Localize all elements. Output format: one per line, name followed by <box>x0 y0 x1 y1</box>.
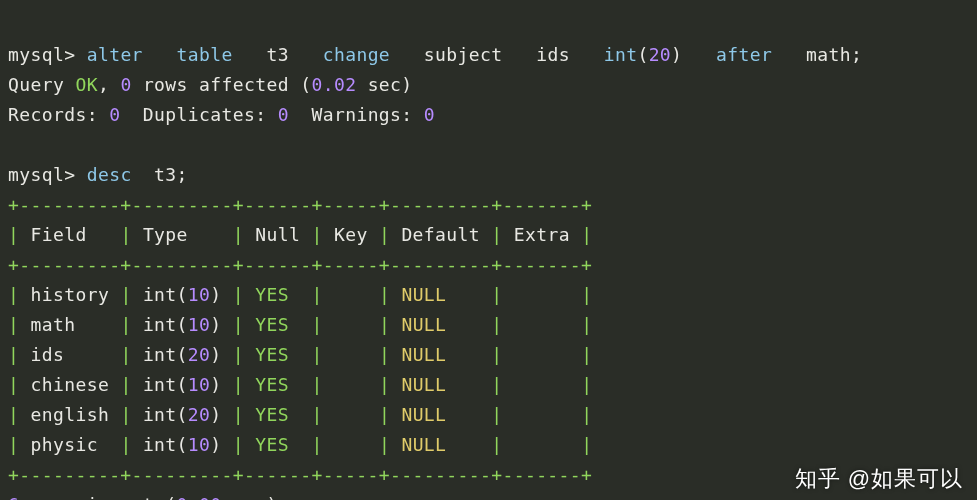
kw-after: after <box>716 44 772 65</box>
ident-t3: t3 <box>266 44 288 65</box>
semicolon: ; <box>851 44 862 65</box>
rows-in-set-line: 6 rows in set (0.00 sec) <box>8 494 278 500</box>
table-border-top: +---------+---------+------+-----+------… <box>8 194 592 215</box>
table-border-bot: +---------+---------+------+-----+------… <box>8 464 592 485</box>
table-row: | english | int(20) | YES | | NULL | | <box>8 404 592 425</box>
terminal-output: mysql> alter table t3 change subject ids… <box>0 0 977 500</box>
rowset-count: 6 <box>8 494 19 500</box>
sql-command-line-2: mysql> desc t3; <box>8 164 188 185</box>
ident-t3b: t3 <box>154 164 176 185</box>
rowset-time: 0.00 <box>177 494 222 500</box>
ok-text: OK <box>75 74 97 95</box>
kw-table: table <box>177 44 233 65</box>
prompt: mysql> <box>8 164 75 185</box>
kw-alter: alter <box>87 44 143 65</box>
sql-command-line: mysql> alter table t3 change subject ids… <box>8 44 862 65</box>
prompt: mysql> <box>8 44 75 65</box>
int-size: 20 <box>649 44 671 65</box>
kw-desc: desc <box>87 164 132 185</box>
kw-int: int <box>604 44 638 65</box>
ident-math: math <box>806 44 851 65</box>
elapsed-time: 0.02 <box>311 74 356 95</box>
table-row: | ids | int(20) | YES | | NULL | | <box>8 344 592 365</box>
query-ok-line: Query OK, 0 rows affected (0.02 sec) <box>8 74 413 95</box>
watermark-text: 知乎 @如果可以 <box>795 464 963 494</box>
table-row: | history | int(10) | YES | | NULL | | <box>8 284 592 305</box>
kw-change: change <box>323 44 390 65</box>
table-row: | physic | int(10) | YES | | NULL | | <box>8 434 592 455</box>
rows-count: 0 <box>120 74 131 95</box>
ident-subject: subject <box>424 44 503 65</box>
table-border-mid: +---------+---------+------+-----+------… <box>8 254 592 275</box>
table-row: | math | int(10) | YES | | NULL | | <box>8 314 592 335</box>
table-body: | history | int(10) | YES | | NULL | | |… <box>8 284 592 455</box>
ident-ids: ids <box>536 44 570 65</box>
table-row: | chinese | int(10) | YES | | NULL | | <box>8 374 592 395</box>
table-header-row: | Field | Type | Null | Key | Default | … <box>8 224 592 245</box>
records-line: Records: 0 Duplicates: 0 Warnings: 0 <box>8 104 435 125</box>
